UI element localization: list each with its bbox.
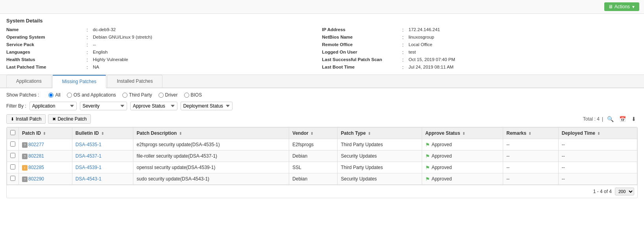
detail-label: Name: [6, 27, 85, 32]
patch-type-cell: Third Party Updates: [338, 162, 422, 173]
detail-value: Debian GNU/Linux 9 (stretch): [93, 34, 322, 40]
approve-status-filter[interactable]: Approve Status: [130, 102, 177, 110]
download-icon-button[interactable]: ⬇: [630, 115, 638, 123]
detail-value: Local Office: [409, 42, 638, 47]
radio-os-apps-input[interactable]: [67, 93, 72, 98]
details-left-col: Name:dc-deb9-32Operating System:Debian G…: [6, 27, 322, 71]
detail-separator: :: [85, 34, 93, 41]
patch-id-link[interactable]: 802281: [28, 153, 44, 159]
row-checkbox-cell: [7, 173, 19, 185]
calendar-icon-button[interactable]: 📅: [618, 115, 627, 123]
deployed-time-cell: --: [558, 139, 637, 151]
radio-driver-label: Driver: [165, 92, 178, 98]
bulletin-id-link[interactable]: DSA-4539-1: [76, 165, 101, 170]
row-checkbox[interactable]: [10, 141, 15, 147]
approved-status: ⚑ Approved: [425, 153, 500, 159]
table-row: !802285DSA-4539-1openssl security update…: [7, 162, 637, 173]
table-row: ?802277DSA-4535-1e2fsprogs security upda…: [7, 139, 637, 151]
install-patch-button[interactable]: ⬇ Install Patch: [6, 114, 46, 124]
vendor-cell: E2fsprogs: [289, 139, 338, 151]
patch-id-link[interactable]: 802277: [28, 142, 44, 147]
search-icon-button[interactable]: 🔍: [605, 115, 615, 123]
top-bar: 🖥 Actions ▼: [0, 0, 644, 14]
approved-status: ⚑ Approved: [425, 176, 500, 182]
radio-bios-input[interactable]: [184, 93, 189, 98]
install-patch-label: Install Patch: [16, 116, 41, 122]
decline-patch-button[interactable]: ✖ Decline Patch: [48, 114, 91, 124]
actions-button[interactable]: 🖥 Actions ▼: [604, 2, 639, 11]
btn-group: ⬇ Install Patch ✖ Decline Patch: [6, 114, 91, 124]
sort-arrow: ⇕: [43, 132, 46, 136]
patch-description-cell: sudo security update(DSA-4543-1): [133, 173, 289, 185]
patch-id-link[interactable]: 802285: [28, 165, 44, 170]
tab-missing-patches[interactable]: Missing Patches: [52, 75, 106, 88]
filter-by-label: Filter By :: [6, 103, 26, 109]
detail-separator: :: [85, 49, 93, 56]
patch-type-cell: Security Updates: [338, 151, 422, 162]
patch-id-link[interactable]: 802290: [28, 176, 44, 182]
action-buttons-row: ⬇ Install Patch ✖ Decline Patch Total : …: [6, 114, 638, 124]
detail-separator: :: [85, 27, 93, 33]
radio-os-apps[interactable]: OS and Applications: [67, 92, 116, 98]
detail-value: English: [93, 49, 322, 55]
show-patches-row: Show Patches : All OS and Applications T…: [6, 92, 638, 98]
bulletin-id-link[interactable]: DSA-4537-1: [76, 153, 101, 159]
remarks-cell: --: [503, 139, 559, 151]
detail-separator: :: [85, 42, 93, 48]
pagination-range: 1 - 4 of 4: [593, 189, 612, 194]
patch-table: Patch ID ⇕ Bulletin ID ⇕ Patch Descripti…: [7, 127, 637, 185]
tab-installed-patches[interactable]: Installed Patches: [107, 75, 162, 87]
deployment-status-filter[interactable]: Deployment Status: [181, 102, 233, 110]
detail-separator: :: [401, 49, 409, 56]
patch-description-cell: file-roller security update(DSA-4537-1): [133, 151, 289, 162]
deployed-time-cell: --: [558, 173, 637, 185]
row-checkbox[interactable]: [10, 164, 15, 169]
sort-arrow: ⇕: [528, 132, 531, 136]
radio-driver-input[interactable]: [159, 93, 164, 98]
sort-arrow: ⇕: [462, 132, 465, 136]
page-size-select[interactable]: 2550100200500: [615, 188, 634, 195]
bulletin-id-cell: DSA-4539-1: [72, 162, 133, 173]
patch-type-cell: Third Party Updates: [338, 139, 422, 151]
approve-status-cell: ⚑ Approved: [422, 151, 503, 162]
approved-status: ⚑ Approved: [425, 142, 500, 148]
flag-icon: ⚑: [425, 176, 430, 182]
bulletin-id-link[interactable]: DSA-4543-1: [76, 176, 101, 182]
right-actions: Total : 4 | 🔍 📅 ⬇: [583, 115, 638, 123]
sort-arrow: ⇕: [179, 132, 182, 136]
approve-status-cell: ⚑ Approved: [422, 173, 503, 185]
bulletin-id-link[interactable]: DSA-4535-1: [76, 142, 101, 147]
radio-all[interactable]: All: [48, 92, 60, 98]
row-checkbox[interactable]: [10, 153, 15, 158]
radio-all-input[interactable]: [48, 93, 54, 98]
radio-bios[interactable]: BIOS: [184, 92, 202, 98]
radio-driver[interactable]: Driver: [159, 92, 178, 98]
header-bulletin-id: Bulletin ID ⇕: [72, 128, 133, 139]
detail-value: Highly Vulnerable: [93, 57, 322, 62]
select-all-checkbox[interactable]: [10, 130, 15, 135]
table-body: ?802277DSA-4535-1e2fsprogs security upda…: [7, 139, 637, 185]
application-filter[interactable]: Application: [30, 102, 77, 110]
remarks-cell: --: [503, 151, 559, 162]
tab-applications[interactable]: Applications: [6, 75, 52, 87]
detail-value: 172.24.146.241: [409, 27, 638, 32]
patch-type-cell: Security Updates: [338, 173, 422, 185]
sort-arrow: ⇕: [310, 132, 314, 136]
question-icon: ?: [22, 177, 28, 182]
sort-arrow: ⇕: [368, 132, 371, 136]
detail-label: Last Successful Patch Scan: [322, 57, 401, 62]
radio-third-party-input[interactable]: [122, 93, 127, 98]
detail-value: NA: [93, 64, 322, 70]
patch-id-cell: ?802277: [19, 139, 72, 151]
row-checkbox[interactable]: [10, 176, 15, 181]
detail-separator: :: [401, 42, 409, 48]
vendor-cell: Debian: [289, 151, 338, 162]
details-grid: Name:dc-deb9-32Operating System:Debian G…: [6, 27, 638, 71]
patch-id-cell: ?802290: [19, 173, 72, 185]
severity-filter[interactable]: Severity: [80, 102, 127, 110]
patch-description-cell: e2fsprogs security update(DSA-4535-1): [133, 139, 289, 151]
radio-third-party[interactable]: Third Party: [122, 92, 152, 98]
detail-label: Languages: [6, 49, 85, 55]
actions-label: Actions: [614, 4, 630, 9]
detail-separator: :: [401, 64, 409, 71]
